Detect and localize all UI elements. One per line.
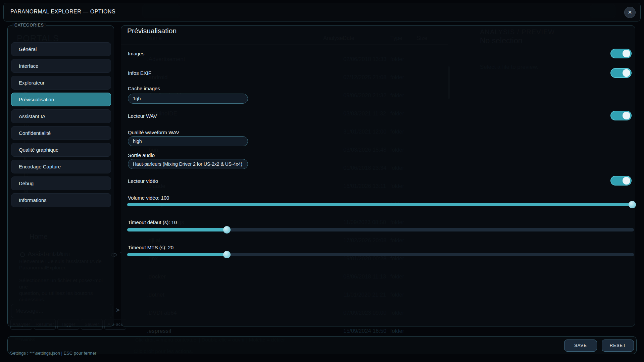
send-icon: ➤ <box>115 306 120 314</box>
sidebar-item[interactable]: Qualité graphique <box>11 143 111 157</box>
sidebar-item[interactable]: Explorateur <box>11 76 111 90</box>
slider-knob[interactable] <box>223 226 231 234</box>
sidebar-item[interactable]: Debug <box>11 176 111 190</box>
slider-fill <box>127 228 229 231</box>
sidebar-item[interactable]: Informations <box>11 193 111 207</box>
status-text: Settings : ***\settings.json | ESC pour … <box>10 351 96 356</box>
sidebar-item-label: Confidentialité <box>19 130 51 136</box>
file-name: .espressif <box>147 328 171 334</box>
sidebar-item-list: Général Interface Explorateur Prévisuali… <box>11 42 111 210</box>
setting-label-cache: Cache images <box>128 86 160 91</box>
sidebar-item-label: Prévisualisation <box>19 97 54 102</box>
slider-knob[interactable] <box>629 201 636 208</box>
sidebar-item-label: Général <box>19 46 37 52</box>
sidebar-item-label: Interface <box>19 63 38 69</box>
sidebar-item[interactable]: Interface <box>11 59 111 73</box>
reset-button[interactable]: RESET <box>602 340 634 352</box>
sidebar-item-label: Assistant IA <box>19 113 45 119</box>
options-dialog-screen: PORTALS C:E:F:G:H:I:K:L:M:N: Home Assist… <box>0 0 644 362</box>
setting-label-video-volume: Volume vidéo: 100 <box>128 195 169 201</box>
setting-label-images: Images <box>128 51 144 56</box>
cache-size-input[interactable]: 1gb <box>128 94 248 104</box>
setting-label-default-timeout: Timeout défaut (s): 10 <box>128 219 177 225</box>
audio-output-input[interactable]: Haut-parleurs (Mixing Driver 2 for US-2x… <box>128 159 248 169</box>
setting-label-mts-timeout: Timeout MTS (s): 20 <box>128 245 174 250</box>
save-button[interactable]: SAVE <box>564 340 597 352</box>
sidebar-item[interactable]: Général <box>11 42 111 56</box>
wav-player-toggle[interactable] <box>610 111 632 120</box>
footer-bar: SAVE RESET <box>7 336 637 354</box>
slider-knob[interactable] <box>223 251 231 258</box>
toggle-knob <box>623 50 630 57</box>
setting-label-exif: Infos EXIF <box>128 70 151 76</box>
sidebar-item-label: Encodage Capture <box>19 164 61 169</box>
setting-label-video-player: Lecteur vidéo <box>128 178 158 184</box>
sidebar-item-label: Informations <box>19 197 47 203</box>
file-type: folder <box>390 328 404 334</box>
close-button[interactable]: ✕ <box>624 7 636 18</box>
dialog-title: PARANORMAL EXPLORER — OPTIONS <box>10 9 115 15</box>
sidebar-item[interactable]: Confidentialité <box>11 126 111 140</box>
exif-toggle[interactable] <box>610 68 632 78</box>
panel-heading: Prévisualisation <box>127 27 177 35</box>
images-toggle[interactable] <box>610 49 632 58</box>
slider-fill <box>127 253 229 256</box>
default-timeout-slider[interactable] <box>127 228 634 231</box>
close-icon: ✕ <box>628 9 632 15</box>
sidebar-item-label: Qualité graphique <box>19 147 58 153</box>
video-player-toggle[interactable] <box>610 176 632 186</box>
mts-timeout-slider[interactable] <box>127 253 634 256</box>
sidebar-legend: CATEGORIES <box>12 23 46 28</box>
file-date: 15/09/2024 16:50 <box>343 328 386 334</box>
sidebar-item-label: Explorateur <box>19 80 45 86</box>
toggle-knob <box>623 177 630 185</box>
dialog-title-bar: PARANORMAL EXPLORER — OPTIONS ✕ <box>3 3 641 21</box>
sidebar-item[interactable]: Encodage Capture <box>11 160 111 173</box>
toggle-knob <box>623 112 630 119</box>
setting-label-audio-output: Sortie audio <box>128 152 155 158</box>
categories-sidebar: CATEGORIES Général Interface Explorateur… <box>7 25 114 326</box>
sidebar-item-label: Debug <box>19 180 34 186</box>
sidebar-item[interactable]: Prévisualisation <box>11 93 111 106</box>
settings-panel: Prévisualisation Images Infos EXIF Cache… <box>121 25 635 326</box>
waveform-quality-input[interactable]: high <box>128 136 248 146</box>
setting-label-wav-player: Lecteur WAV <box>128 113 157 119</box>
toggle-knob <box>623 69 630 77</box>
sidebar-item[interactable]: Assistant IA <box>11 109 111 123</box>
setting-label-waveform-quality: Qualité waveform WAV <box>128 130 179 135</box>
video-volume-slider[interactable] <box>127 203 634 206</box>
slider-fill <box>127 203 634 206</box>
